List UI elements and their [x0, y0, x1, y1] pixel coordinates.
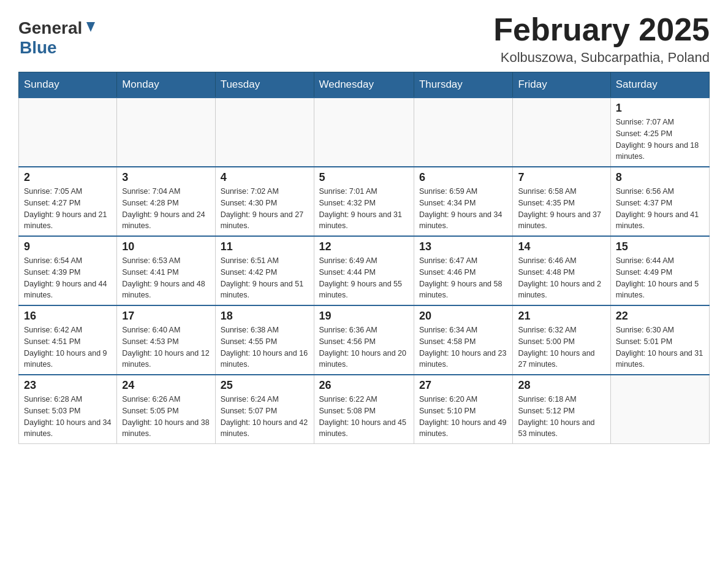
calendar-cell: 7Sunrise: 6:58 AM Sunset: 4:35 PM Daylig…: [513, 167, 610, 236]
calendar-cell: [117, 98, 215, 167]
day-number: 24: [122, 379, 210, 392]
day-number: 26: [319, 379, 409, 392]
calendar-table: SundayMondayTuesdayWednesdayThursdayFrid…: [18, 72, 710, 444]
day-info: Sunrise: 6:59 AM Sunset: 4:34 PM Dayligh…: [419, 186, 508, 232]
day-info: Sunrise: 7:04 AM Sunset: 4:28 PM Dayligh…: [122, 186, 210, 232]
calendar-cell: [610, 375, 709, 444]
calendar-cell: 9Sunrise: 6:54 AM Sunset: 4:39 PM Daylig…: [19, 236, 117, 305]
calendar-cell: 2Sunrise: 7:05 AM Sunset: 4:27 PM Daylig…: [19, 167, 117, 236]
day-number: 27: [419, 379, 508, 392]
day-number: 16: [24, 310, 112, 323]
week-row-2: 2Sunrise: 7:05 AM Sunset: 4:27 PM Daylig…: [19, 167, 710, 236]
day-number: 4: [221, 171, 309, 184]
calendar-cell: 19Sunrise: 6:36 AM Sunset: 4:56 PM Dayli…: [314, 305, 414, 375]
day-info: Sunrise: 6:38 AM Sunset: 4:55 PM Dayligh…: [221, 324, 309, 370]
day-number: 11: [221, 240, 309, 253]
calendar-cell: 17Sunrise: 6:40 AM Sunset: 4:53 PM Dayli…: [117, 305, 215, 375]
weekday-header-monday: Monday: [117, 72, 215, 98]
logo: General Blue: [18, 18, 97, 58]
day-info: Sunrise: 6:26 AM Sunset: 5:05 PM Dayligh…: [122, 394, 210, 440]
weekday-header-tuesday: Tuesday: [215, 72, 314, 98]
day-number: 15: [616, 240, 704, 253]
calendar-cell: 16Sunrise: 6:42 AM Sunset: 4:51 PM Dayli…: [19, 305, 117, 375]
weekday-header-saturday: Saturday: [610, 72, 709, 98]
weekday-header-thursday: Thursday: [414, 72, 513, 98]
day-info: Sunrise: 6:34 AM Sunset: 4:58 PM Dayligh…: [419, 324, 508, 370]
calendar-cell: 3Sunrise: 7:04 AM Sunset: 4:28 PM Daylig…: [117, 167, 215, 236]
day-number: 9: [24, 240, 112, 253]
day-number: 25: [221, 379, 309, 392]
day-info: Sunrise: 6:47 AM Sunset: 4:46 PM Dayligh…: [419, 255, 508, 301]
weekday-header-friday: Friday: [513, 72, 610, 98]
calendar-cell: [19, 98, 117, 167]
day-info: Sunrise: 6:49 AM Sunset: 4:44 PM Dayligh…: [319, 255, 409, 301]
day-info: Sunrise: 6:56 AM Sunset: 4:37 PM Dayligh…: [616, 186, 704, 232]
day-number: 28: [518, 379, 605, 392]
calendar-cell: 6Sunrise: 6:59 AM Sunset: 4:34 PM Daylig…: [414, 167, 513, 236]
calendar-cell: 24Sunrise: 6:26 AM Sunset: 5:05 PM Dayli…: [117, 375, 215, 444]
day-number: 3: [122, 171, 210, 184]
day-number: 7: [518, 171, 605, 184]
week-row-5: 23Sunrise: 6:28 AM Sunset: 5:03 PM Dayli…: [19, 375, 710, 444]
calendar-cell: 5Sunrise: 7:01 AM Sunset: 4:32 PM Daylig…: [314, 167, 414, 236]
logo-arrow-icon: [84, 21, 97, 34]
day-info: Sunrise: 6:22 AM Sunset: 5:08 PM Dayligh…: [319, 394, 409, 440]
calendar-cell: [513, 98, 610, 167]
calendar-cell: 15Sunrise: 6:44 AM Sunset: 4:49 PM Dayli…: [610, 236, 709, 305]
calendar-cell: 11Sunrise: 6:51 AM Sunset: 4:42 PM Dayli…: [215, 236, 314, 305]
day-number: 19: [319, 310, 409, 323]
day-number: 20: [419, 310, 508, 323]
day-info: Sunrise: 6:20 AM Sunset: 5:10 PM Dayligh…: [419, 394, 508, 440]
day-number: 1: [616, 102, 704, 115]
day-number: 13: [419, 240, 508, 253]
day-info: Sunrise: 6:18 AM Sunset: 5:12 PM Dayligh…: [518, 394, 605, 440]
calendar-cell: 4Sunrise: 7:02 AM Sunset: 4:30 PM Daylig…: [215, 167, 314, 236]
calendar-cell: 26Sunrise: 6:22 AM Sunset: 5:08 PM Dayli…: [314, 375, 414, 444]
day-info: Sunrise: 7:05 AM Sunset: 4:27 PM Dayligh…: [24, 186, 112, 232]
day-info: Sunrise: 6:44 AM Sunset: 4:49 PM Dayligh…: [616, 255, 704, 301]
calendar-cell: [414, 98, 513, 167]
calendar-cell: 18Sunrise: 6:38 AM Sunset: 4:55 PM Dayli…: [215, 305, 314, 375]
weekday-header-row: SundayMondayTuesdayWednesdayThursdayFrid…: [19, 72, 710, 98]
day-number: 14: [518, 240, 605, 253]
day-info: Sunrise: 6:58 AM Sunset: 4:35 PM Dayligh…: [518, 186, 605, 232]
day-number: 23: [24, 379, 112, 392]
calendar-cell: 1Sunrise: 7:07 AM Sunset: 4:25 PM Daylig…: [610, 98, 709, 167]
day-number: 8: [616, 171, 704, 184]
day-info: Sunrise: 6:53 AM Sunset: 4:41 PM Dayligh…: [122, 255, 210, 301]
calendar-cell: 8Sunrise: 6:56 AM Sunset: 4:37 PM Daylig…: [610, 167, 709, 236]
day-number: 2: [24, 171, 112, 184]
calendar-cell: 23Sunrise: 6:28 AM Sunset: 5:03 PM Dayli…: [19, 375, 117, 444]
day-info: Sunrise: 6:40 AM Sunset: 4:53 PM Dayligh…: [122, 324, 210, 370]
day-number: 5: [319, 171, 409, 184]
calendar-cell: 21Sunrise: 6:32 AM Sunset: 5:00 PM Dayli…: [513, 305, 610, 375]
day-number: 6: [419, 171, 508, 184]
calendar-cell: [215, 98, 314, 167]
day-info: Sunrise: 6:24 AM Sunset: 5:07 PM Dayligh…: [221, 394, 309, 440]
day-info: Sunrise: 6:54 AM Sunset: 4:39 PM Dayligh…: [24, 255, 112, 301]
day-info: Sunrise: 6:32 AM Sunset: 5:00 PM Dayligh…: [518, 324, 605, 370]
calendar-cell: 14Sunrise: 6:46 AM Sunset: 4:48 PM Dayli…: [513, 236, 610, 305]
day-info: Sunrise: 6:46 AM Sunset: 4:48 PM Dayligh…: [518, 255, 605, 301]
svg-marker-0: [86, 22, 95, 32]
week-row-3: 9Sunrise: 6:54 AM Sunset: 4:39 PM Daylig…: [19, 236, 710, 305]
calendar-cell: 12Sunrise: 6:49 AM Sunset: 4:44 PM Dayli…: [314, 236, 414, 305]
calendar-cell: 28Sunrise: 6:18 AM Sunset: 5:12 PM Dayli…: [513, 375, 610, 444]
page-header: General Blue February 2025 Kolbuszowa, S…: [18, 12, 710, 66]
week-row-4: 16Sunrise: 6:42 AM Sunset: 4:51 PM Dayli…: [19, 305, 710, 375]
calendar-subtitle: Kolbuszowa, Subcarpathia, Poland: [493, 50, 710, 66]
logo-blue-text: Blue: [20, 38, 97, 58]
week-row-1: 1Sunrise: 7:07 AM Sunset: 4:25 PM Daylig…: [19, 98, 710, 167]
calendar-cell: 20Sunrise: 6:34 AM Sunset: 4:58 PM Dayli…: [414, 305, 513, 375]
title-section: February 2025 Kolbuszowa, Subcarpathia, …: [493, 12, 710, 66]
day-number: 17: [122, 310, 210, 323]
day-number: 12: [319, 240, 409, 253]
weekday-header-sunday: Sunday: [19, 72, 117, 98]
calendar-cell: [314, 98, 414, 167]
day-info: Sunrise: 6:42 AM Sunset: 4:51 PM Dayligh…: [24, 324, 112, 370]
calendar-title: February 2025: [493, 12, 710, 47]
day-info: Sunrise: 6:51 AM Sunset: 4:42 PM Dayligh…: [221, 255, 309, 301]
calendar-cell: 10Sunrise: 6:53 AM Sunset: 4:41 PM Dayli…: [117, 236, 215, 305]
day-number: 21: [518, 310, 605, 323]
day-number: 10: [122, 240, 210, 253]
